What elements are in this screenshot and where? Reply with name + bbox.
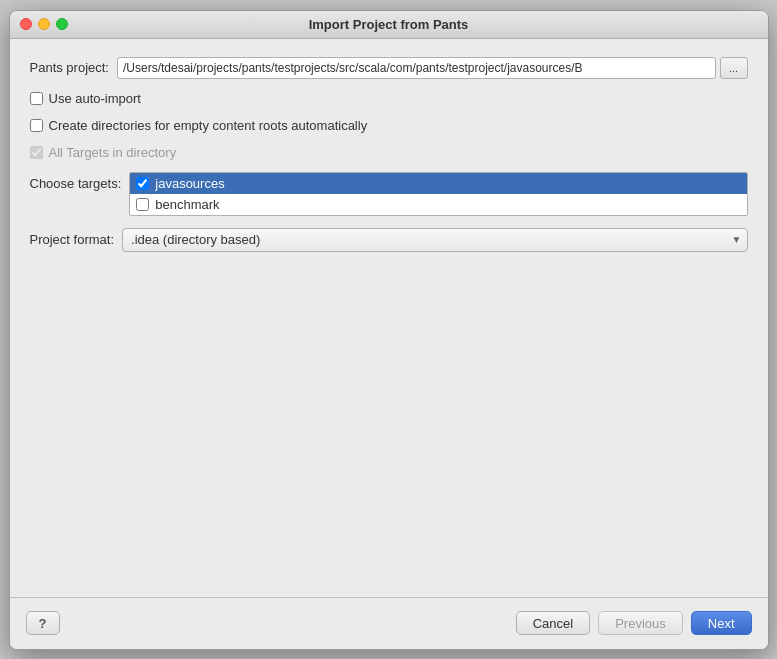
use-auto-import-checkbox[interactable] — [30, 92, 43, 105]
create-directories-checkbox[interactable] — [30, 119, 43, 132]
footer: ? Cancel Previous Next — [10, 597, 768, 649]
target-item-javasources[interactable]: javasources — [130, 173, 746, 194]
all-targets-label: All Targets in directory — [49, 145, 177, 160]
choose-targets-section: Choose targets: javasources benchmark — [30, 172, 748, 216]
cancel-button[interactable]: Cancel — [516, 611, 590, 635]
target-label-javasources: javasources — [155, 176, 224, 191]
project-format-label: Project format: — [30, 232, 115, 247]
use-auto-import-label: Use auto-import — [49, 91, 141, 106]
title-bar: Import Project from Pants — [10, 11, 768, 39]
pants-project-row: Pants project: ... — [30, 57, 748, 79]
use-auto-import-row: Use auto-import — [30, 91, 748, 106]
all-targets-checkbox[interactable] — [30, 146, 43, 159]
create-directories-label: Create directories for empty content roo… — [49, 118, 368, 133]
choose-targets-label: Choose targets: — [30, 172, 122, 191]
content-spacer — [30, 264, 748, 587]
next-button[interactable]: Next — [691, 611, 752, 635]
maximize-button[interactable] — [56, 18, 68, 30]
help-button[interactable]: ? — [26, 611, 60, 635]
pants-project-label: Pants project: — [30, 60, 110, 75]
minimize-button[interactable] — [38, 18, 50, 30]
content-area: Pants project: ... Use auto-import Creat… — [10, 39, 768, 597]
main-window: Import Project from Pants Pants project:… — [9, 10, 769, 650]
all-targets-row: All Targets in directory — [30, 145, 748, 160]
targets-list: javasources benchmark — [129, 172, 747, 216]
project-format-select[interactable]: .idea (directory based) .ipr (file based… — [122, 228, 747, 252]
create-directories-row: Create directories for empty content roo… — [30, 118, 748, 133]
browse-button[interactable]: ... — [720, 57, 748, 79]
project-format-row: Project format: .idea (directory based) … — [30, 228, 748, 252]
window-title: Import Project from Pants — [309, 17, 469, 32]
footer-buttons: Cancel Previous Next — [516, 611, 752, 635]
previous-button[interactable]: Previous — [598, 611, 683, 635]
pants-project-input[interactable] — [117, 57, 716, 79]
target-checkbox-benchmark[interactable] — [136, 198, 149, 211]
traffic-lights — [20, 18, 68, 30]
path-field-container: ... — [117, 57, 748, 79]
target-checkbox-javasources[interactable] — [136, 177, 149, 190]
project-format-select-wrapper: .idea (directory based) .ipr (file based… — [122, 228, 747, 252]
target-label-benchmark: benchmark — [155, 197, 219, 212]
close-button[interactable] — [20, 18, 32, 30]
target-item-benchmark[interactable]: benchmark — [130, 194, 746, 215]
